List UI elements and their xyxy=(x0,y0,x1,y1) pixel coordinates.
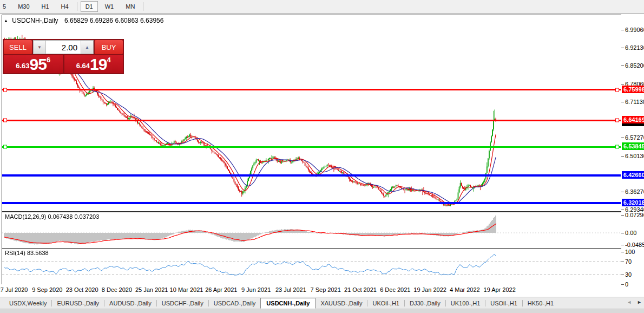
timeframe-button-w1[interactable]: W1 xyxy=(100,1,119,12)
trading-platform-window: 5M30H1H4D1W1MN ▲ USDCNH-,Daily 6.65829 6… xyxy=(0,0,644,313)
tab-usdx-weekly[interactable]: USDX,Weekly xyxy=(4,298,51,308)
volume-decrease-button[interactable]: ▼ xyxy=(34,41,46,54)
axis-tick-label: 0.00 xyxy=(625,229,636,237)
axis-tick-mark xyxy=(621,262,624,262)
status-strip xyxy=(0,309,644,313)
line-handle[interactable] xyxy=(3,88,7,92)
tab-scroll-left-icon[interactable]: ◄ xyxy=(627,299,632,305)
tab-dj30--daily[interactable]: DJ30-,Daily xyxy=(405,298,445,308)
axis-tick-label: 6.36270 xyxy=(625,188,644,195)
axis-tick-mark xyxy=(621,48,624,48)
chart-tab-bar: USDX,WeeklyEURUSD-,DailyAUDUSD-,DailyUSD… xyxy=(0,297,644,309)
axis-tick-mark xyxy=(621,138,624,138)
line-handle[interactable] xyxy=(615,119,619,122)
date-axis-label: 19 Apr 2022 xyxy=(484,286,516,293)
tab-audusd--daily[interactable]: AUDUSD-,Daily xyxy=(104,298,156,308)
volume-input[interactable]: 2.00 xyxy=(46,41,81,54)
level-line-6.32018[interactable] xyxy=(2,202,621,204)
date-axis-label: 7 Sep 2021 xyxy=(311,286,341,293)
line-handle[interactable] xyxy=(615,88,619,92)
tab-usdchf--daily[interactable]: USDCHF-,Daily xyxy=(157,298,208,308)
price-axis[interactable]: 6.990606.921306.852006.780606.711306.572… xyxy=(621,14,644,297)
timeframe-button-h1[interactable]: H1 xyxy=(37,1,54,12)
sell-button[interactable]: SELL xyxy=(4,40,32,54)
timeframe-button-d1[interactable]: D1 xyxy=(81,1,98,12)
level-line-6.64169[interactable] xyxy=(2,120,621,121)
buy-button[interactable]: BUY xyxy=(95,40,123,54)
one-click-trade-panel: SELL ▼ 2.00 ▲ BUY 6.63 95 6 xyxy=(3,39,124,74)
date-axis-label: 6 Dec 2021 xyxy=(380,286,410,293)
axis-tick-mark xyxy=(621,215,624,216)
price-level-badge: 6.32018 xyxy=(622,199,644,206)
toolbar-separator xyxy=(77,2,77,11)
tab-eurusd--daily[interactable]: EURUSD-,Daily xyxy=(52,298,104,308)
axis-tick-label: 100 xyxy=(625,248,635,256)
level-line-6.4266[interactable] xyxy=(2,174,621,177)
axis-tick-mark xyxy=(621,30,624,30)
date-axis-label: 25 Jan 2021 xyxy=(135,286,168,293)
timeframe-button-h4[interactable]: H4 xyxy=(56,1,74,12)
date-axis-label: 10 Mar 2021 xyxy=(170,286,203,293)
tab-usoil--h1[interactable]: USOil-,H1 xyxy=(485,298,522,308)
sell-price-main: 95 xyxy=(30,56,47,73)
axis-tick-label: 30 xyxy=(625,271,632,278)
date-axis-label: 9 Jun 2021 xyxy=(241,286,271,293)
rsi-canvas[interactable] xyxy=(2,249,621,283)
axis-tick-mark xyxy=(621,102,624,102)
price-level-badge: 6.75998 xyxy=(622,86,644,93)
price-level-badge: 6.53845 xyxy=(622,142,644,150)
line-handle[interactable] xyxy=(3,119,7,122)
axis-tick-label: 6.57270 xyxy=(625,134,644,141)
date-axis-label: 9 Sep 2020 xyxy=(32,286,62,293)
price-level-badge: 6.64169 xyxy=(622,116,644,123)
date-axis-label: 8 Dec 2020 xyxy=(102,286,132,293)
macd-indicator-panel: MACD(12,26,9) 0.067438 0.037203 xyxy=(2,212,622,249)
date-axis[interactable]: 27 Jul 20209 Sep 202023 Oct 20208 Dec 20… xyxy=(2,284,621,296)
date-axis-label: 26 Apr 2021 xyxy=(205,286,237,293)
timeframe-toolbar: 5M30H1H4D1W1MN xyxy=(0,0,644,14)
level-line-6.53845[interactable] xyxy=(2,146,621,148)
axis-tick-mark xyxy=(621,192,624,192)
tab-ukoil--h1[interactable]: UKOil-,H1 xyxy=(367,298,404,308)
timeframe-button-m30[interactable]: M30 xyxy=(13,1,34,12)
rsi-indicator-panel: RSI(14) 83.5638 xyxy=(2,248,622,285)
date-axis-label: 27 Jul 2020 xyxy=(0,286,28,293)
collapse-arrow-icon[interactable]: ▲ xyxy=(4,18,8,23)
tab-usdcnh--daily[interactable]: USDCNH-,Daily xyxy=(260,298,316,309)
chevron-down-icon: ▼ xyxy=(37,45,42,50)
date-axis-label: 19 Jan 2022 xyxy=(413,286,446,293)
line-handle[interactable] xyxy=(615,145,619,149)
axis-tick-label: -0.048575 xyxy=(625,241,644,249)
chart-ohlc-values: 6.65829 6.69286 6.60863 6.63956 xyxy=(64,17,164,24)
axis-tick-label: 6.71130 xyxy=(625,98,644,106)
axis-tick-mark xyxy=(621,245,624,245)
date-axis-label: 23 Jul 2021 xyxy=(275,286,306,293)
axis-tick-label: 0 xyxy=(625,281,628,288)
axis-tick-label: 6.50130 xyxy=(625,152,644,160)
toolbar-separator xyxy=(143,2,143,11)
volume-increase-button[interactable]: ▲ xyxy=(81,41,93,54)
axis-tick-label: 6.85200 xyxy=(625,62,644,69)
tab-uk100--h1[interactable]: UK100-,H1 xyxy=(446,298,485,308)
timeframe-button-mn[interactable]: MN xyxy=(121,1,140,12)
price-level-badge: 6.42660 xyxy=(622,171,644,179)
sell-price-quote[interactable]: 6.63 95 6 xyxy=(4,55,63,73)
axis-tick-mark xyxy=(621,275,624,275)
line-handle[interactable] xyxy=(3,145,7,149)
tab-usdcad--daily[interactable]: USDCAD-,Daily xyxy=(209,298,261,308)
chart-symbol-label: USDCNH-,Daily xyxy=(12,17,58,24)
axis-tick-mark xyxy=(621,284,624,285)
timeframe-button-5[interactable]: 5 xyxy=(0,1,11,12)
level-line-6.75998[interactable] xyxy=(2,89,621,90)
axis-tick-mark xyxy=(621,252,624,252)
chevron-up-icon: ▲ xyxy=(85,45,89,50)
sell-price-pip: 6 xyxy=(47,56,50,63)
macd-label: MACD(12,26,9) 0.067438 0.037203 xyxy=(5,213,99,220)
tab-hk50--h1[interactable]: HK50-,H1 xyxy=(523,298,558,308)
buy-price-pip: 4 xyxy=(107,56,110,63)
axis-tick-label: 0.072963 xyxy=(625,211,644,219)
tab-scroll-right-icon[interactable]: ► xyxy=(637,299,642,305)
buy-price-quote[interactable]: 6.64 19 4 xyxy=(64,55,123,73)
axis-tick-label: 6.99060 xyxy=(625,26,644,34)
tab-xauusd--daily[interactable]: XAUUSD-,Daily xyxy=(316,298,367,308)
